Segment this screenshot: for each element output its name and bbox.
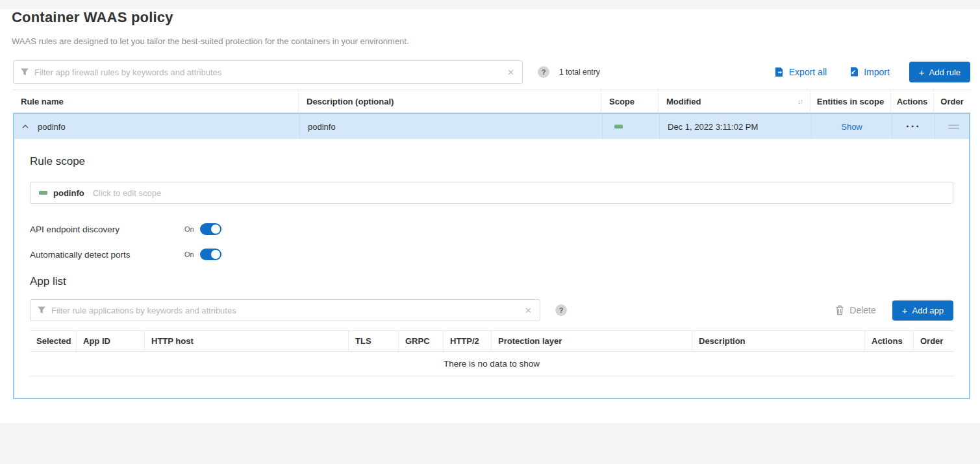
rule-scope-title: Rule scope: [30, 139, 953, 168]
col-modified-label: Modified: [666, 97, 701, 106]
clear-filter-icon[interactable]: ✕: [506, 67, 516, 77]
rule-description: podinfo: [300, 114, 603, 139]
col-description: Description: [692, 331, 865, 351]
col-selected: Selected: [30, 331, 77, 351]
apps-filter-input[interactable]: [51, 306, 523, 315]
plus-icon: +: [919, 67, 925, 78]
apps-filter-box[interactable]: ✕: [30, 299, 540, 321]
show-entities-link[interactable]: Show: [841, 122, 862, 132]
col-http-host: HTTP host: [145, 331, 349, 351]
col-modified: Modified ↓↑: [659, 90, 810, 112]
rules-table: Rule name Description (optional) Scope M…: [13, 90, 970, 399]
scope-placeholder: Click to edit scope: [93, 188, 162, 198]
add-rule-button[interactable]: + Add rule: [909, 62, 970, 82]
toggle-state-label: On: [184, 250, 194, 258]
app-list-title: App list: [30, 275, 953, 288]
apps-table: Selected App ID HTTP host TLS GRPC HTTP/…: [30, 330, 953, 376]
col-protection-layer: Protection layer: [492, 331, 692, 351]
help-icon[interactable]: ?: [538, 66, 549, 78]
collection-scope-icon: [39, 191, 47, 195]
scope-edit-field[interactable]: podinfo Click to edit scope: [30, 182, 953, 204]
rules-filter-box[interactable]: ✕: [13, 60, 523, 84]
empty-table-message: There is no data to show: [30, 352, 953, 376]
toggle-label: API endpoint discovery: [30, 225, 184, 234]
sort-icon[interactable]: ↓↑: [798, 97, 802, 105]
import-button[interactable]: Import: [849, 67, 890, 77]
apps-table-header: Selected App ID HTTP host TLS GRPC HTTP/…: [30, 330, 953, 352]
total-entries: 1 total entry: [559, 67, 600, 77]
col-description: Description (optional): [299, 90, 601, 112]
export-icon: [774, 67, 785, 77]
collapse-chevron-icon[interactable]: [22, 125, 29, 128]
add-rule-label: Add rule: [929, 67, 961, 77]
expanded-rule-block: podinfo podinfo Dec 1, 2022 3:11:02 PM S…: [13, 113, 970, 399]
app-list-toolbar: ✕ ? Delete + Add app: [30, 299, 953, 321]
col-rule-name: Rule name: [13, 90, 299, 112]
col-http2: HTTP/2: [444, 331, 492, 351]
import-icon: [849, 67, 859, 77]
row-actions-menu-icon[interactable]: ···: [906, 123, 921, 130]
auto-detect-ports-toggle[interactable]: [200, 249, 221, 260]
rule-row-podinfo[interactable]: podinfo podinfo Dec 1, 2022 3:11:02 PM S…: [14, 114, 969, 139]
help-icon[interactable]: ?: [555, 304, 567, 316]
rule-detail-panel: Rule scope podinfo Click to edit scope A…: [14, 139, 969, 398]
rules-toolbar: ✕ ? 1 total entry Export all Import + Ad…: [13, 60, 970, 84]
delete-label: Delete: [849, 305, 875, 315]
rules-filter-input[interactable]: [34, 67, 506, 77]
col-tls: TLS: [349, 331, 399, 351]
funnel-icon: [20, 68, 29, 76]
collection-scope-icon: [614, 125, 623, 128]
api-endpoint-discovery-row: API endpoint discovery On: [30, 223, 953, 235]
plus-icon: +: [902, 305, 908, 316]
page-title: Container WAAS policy: [12, 9, 980, 26]
col-app-id: App ID: [77, 331, 145, 351]
export-all-label: Export all: [789, 67, 827, 77]
col-actions: Actions: [865, 331, 914, 351]
col-scope: Scope: [601, 90, 659, 112]
export-all-button[interactable]: Export all: [774, 67, 827, 77]
add-app-button[interactable]: + Add app: [892, 300, 953, 321]
col-order: Order: [934, 90, 970, 112]
page-subtitle: WAAS rules are designed to let you tailo…: [12, 36, 980, 46]
clear-filter-icon[interactable]: ✕: [523, 306, 533, 315]
col-actions: Actions: [891, 90, 934, 112]
toggle-state-label: On: [184, 225, 194, 233]
trash-icon: [835, 305, 844, 315]
rules-table-header: Rule name Description (optional) Scope M…: [13, 90, 970, 113]
container-waas-policy-page: Container WAAS policy WAAS rules are des…: [0, 9, 980, 423]
import-label: Import: [864, 67, 890, 77]
auto-detect-ports-row: Automatically detect ports On: [30, 249, 953, 260]
funnel-icon: [37, 306, 46, 314]
toggle-label: Automatically detect ports: [30, 250, 184, 260]
delete-app-button[interactable]: Delete: [835, 305, 875, 315]
api-endpoint-discovery-toggle[interactable]: [200, 223, 221, 235]
col-entities: Entities in scope: [810, 90, 891, 112]
drag-handle-icon[interactable]: [948, 125, 959, 129]
col-order: Order: [914, 331, 953, 351]
rule-modified: Dec 1, 2022 3:11:02 PM: [660, 114, 812, 139]
scope-value: podinfo: [53, 188, 84, 198]
col-grpc: GRPC: [399, 331, 444, 351]
add-app-label: Add app: [912, 306, 944, 315]
rule-name: podinfo: [38, 122, 66, 132]
